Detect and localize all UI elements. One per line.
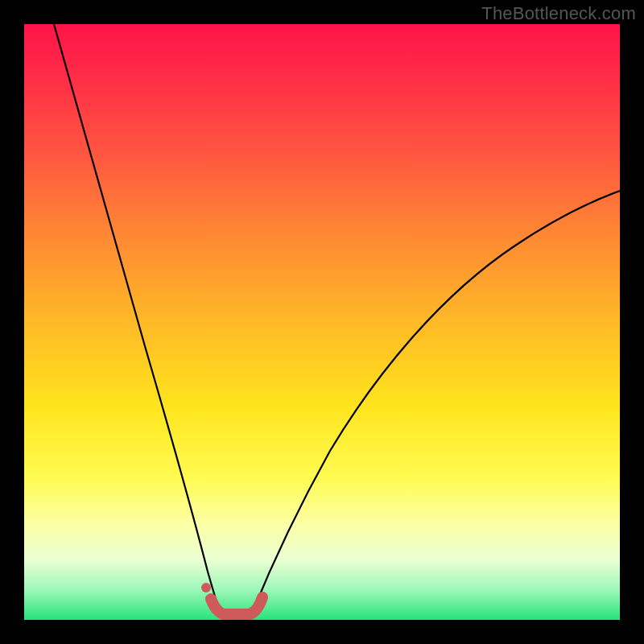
trough-start-dot bbox=[201, 583, 211, 592]
chart-frame: TheBottleneck.com bbox=[0, 0, 644, 644]
plot-area bbox=[24, 24, 620, 620]
curve-layer bbox=[24, 24, 620, 620]
trough-marker-right bbox=[250, 597, 262, 614]
right-curve bbox=[252, 191, 620, 613]
watermark-text: TheBottleneck.com bbox=[481, 3, 636, 24]
left-curve bbox=[54, 24, 221, 613]
